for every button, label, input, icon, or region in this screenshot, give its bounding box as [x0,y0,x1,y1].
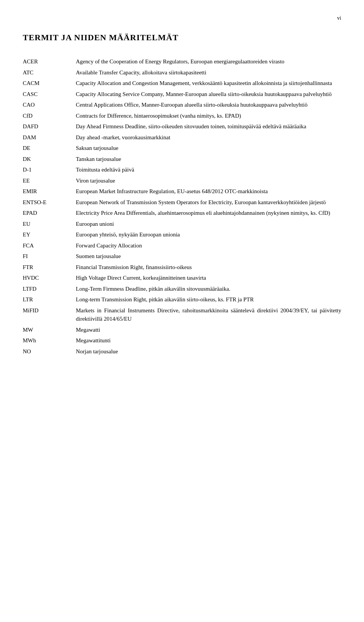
table-row: CfDContracts for Difference, hintaerosop… [23,110,341,121]
table-row: LTFDLong-Term Firmness Deadline, pitkän … [23,283,341,294]
term-abbr: CAO [23,99,76,110]
table-row: ATCAvailable Transfer Capacity, allokoit… [23,67,341,78]
term-abbr: EPAD [23,208,76,219]
term-definition: Day Ahead Firmness Deadline, siirto-oike… [76,121,341,132]
term-abbr: DAFD [23,121,76,132]
table-row: FCAForward Capacity Allocation [23,240,341,251]
term-abbr: DE [23,143,76,154]
term-definition: Megawatti [76,324,341,335]
term-abbr: DAM [23,132,76,143]
term-definition: Day ahead -market, vuorokausimarkkinat [76,132,341,143]
term-abbr: CACM [23,78,76,89]
table-row: D-1Toimitusta edeltävä päivä [23,164,341,175]
table-row: FISuomen tarjousalue [23,251,341,262]
term-definition: Forward Capacity Allocation [76,240,341,251]
term-definition: Financial Transmission Right, finanssisi… [76,262,341,273]
table-row: ACERAgency of the Cooperation of Energy … [23,56,341,67]
term-definition: Central Applications Office, Manner-Euro… [76,99,341,110]
term-abbr: HVDC [23,272,76,283]
term-definition: Markets in Financial Instruments Directi… [76,305,341,324]
term-definition: Long-Term Firmness Deadline, pitkän aika… [76,283,341,294]
term-abbr: DK [23,154,76,165]
table-row: CACMCapacity Allocation and Congestion M… [23,78,341,89]
table-row: NONorjan tarjousalue [23,346,341,357]
term-abbr: ATC [23,67,76,78]
term-abbr: EMIR [23,186,76,197]
table-row: DAFDDay Ahead Firmness Deadline, siirto-… [23,121,341,132]
table-row: EMIREuropean Market Infrastructure Regul… [23,186,341,197]
table-row: FTRFinancial Transmission Right, finanss… [23,262,341,273]
term-abbr: LTFD [23,283,76,294]
term-abbr: FI [23,251,76,262]
table-row: EUEuroopan unioni [23,219,341,230]
term-abbr: ENTSO-E [23,197,76,208]
term-abbr: ACER [23,56,76,67]
term-abbr: LTR [23,294,76,305]
table-row: CAOCentral Applications Office, Manner-E… [23,99,341,110]
term-abbr: CfD [23,110,76,121]
term-abbr: D-1 [23,164,76,175]
table-row: EEViron tarjousalue [23,175,341,186]
table-row: ENTSO-EEuropean Network of Transmission … [23,197,341,208]
terms-table: ACERAgency of the Cooperation of Energy … [23,56,341,357]
term-abbr: MWh [23,335,76,346]
term-abbr: CASC [23,89,76,100]
table-row: HVDCHigh Voltage Direct Current, korkeaj… [23,272,341,283]
term-definition: Saksan tarjousalue [76,143,341,154]
term-definition: Tanskan tarjousalue [76,154,341,165]
term-definition: Capacity Allocation and Congestion Manag… [76,78,341,89]
term-abbr: EE [23,175,76,186]
term-abbr: MiFID [23,305,76,324]
term-definition: Capacity Allocating Service Company, Man… [76,89,341,100]
term-abbr: MW [23,324,76,335]
term-abbr: EU [23,219,76,230]
table-row: EYEuroopan yhteisö, nykyään Euroopan uni… [23,229,341,240]
term-abbr: FTR [23,262,76,273]
table-row: DESaksan tarjousalue [23,143,341,154]
term-abbr: EY [23,229,76,240]
term-definition: Viron tarjousalue [76,175,341,186]
table-row: DAMDay ahead -market, vuorokausimarkkina… [23,132,341,143]
table-row: MWhMegawattitunti [23,335,341,346]
term-definition: Euroopan unioni [76,219,341,230]
term-definition: Megawattitunti [76,335,341,346]
term-definition: Agency of the Cooperation of Energy Regu… [76,56,341,67]
table-row: MWMegawatti [23,324,341,335]
table-row: CASCCapacity Allocating Service Company,… [23,89,341,100]
term-definition: European Market Infrastructure Regulatio… [76,186,341,197]
page-title: TERMIT JA NIIDEN MÄÄRITELMÄT [23,33,341,43]
term-definition: Contracts for Difference, hintaerosopimu… [76,110,341,121]
term-definition: Electricity Price Area Differentials, al… [76,208,341,219]
table-row: LTRLong-term Transmission Right, pitkän … [23,294,341,305]
term-definition: Long-term Transmission Right, pitkän aik… [76,294,341,305]
table-row: MiFIDMarkets in Financial Instruments Di… [23,305,341,324]
term-definition: Available Transfer Capacity, allokoitava… [76,67,341,78]
term-abbr: NO [23,346,76,357]
term-definition: Norjan tarjousalue [76,346,341,357]
term-definition: Suomen tarjousalue [76,251,341,262]
term-definition: European Network of Transmission System … [76,197,341,208]
table-row: DKTanskan tarjousalue [23,154,341,165]
term-abbr: FCA [23,240,76,251]
term-definition: High Voltage Direct Current, korkeajänni… [76,272,341,283]
term-definition: Toimitusta edeltävä päivä [76,164,341,175]
table-row: EPADElectricity Price Area Differentials… [23,208,341,219]
page-number: vi [23,15,341,21]
term-definition: Euroopan yhteisö, nykyään Euroopan union… [76,229,341,240]
